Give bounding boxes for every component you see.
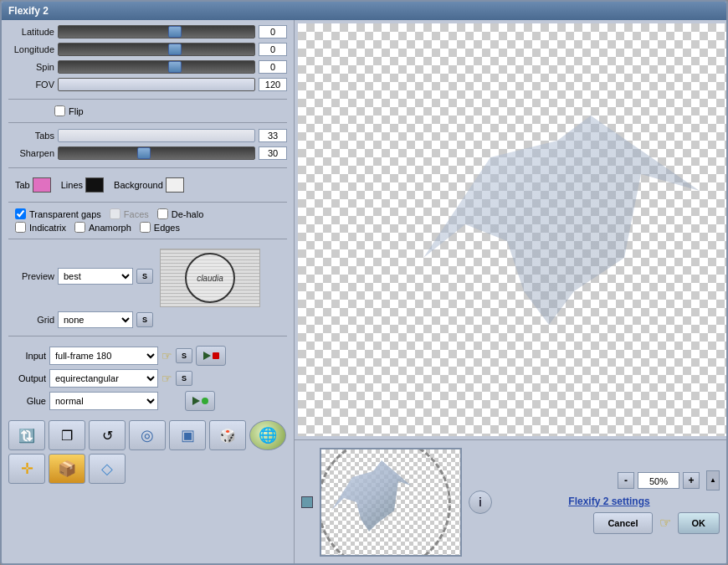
title-bar: Flexify 2 [2, 2, 726, 20]
tab-color-label: Tab [15, 180, 30, 190]
glue-label: Glue [8, 396, 46, 406]
bottom-right: - 50% + ▲ Flexify 2 settings Cancel ☞ [499, 470, 720, 534]
tab-color-swatch[interactable] [33, 177, 51, 193]
reset-icon: 🔃 [18, 428, 35, 444]
box-icon: 📦 [58, 460, 76, 478]
sharpen-value[interactable]: 30 [259, 146, 287, 160]
glue-play-icon [192, 397, 200, 405]
reset-button[interactable]: 🔃 [8, 420, 45, 450]
preview-select[interactable]: best good fast none [58, 268, 133, 285]
scrollbar-up[interactable]: ▲ [706, 470, 720, 491]
background-color-swatch[interactable] [166, 177, 184, 193]
tab-color-group: Tab [15, 177, 51, 193]
zoom-plus-button[interactable]: + [683, 472, 700, 489]
svg-marker-1 [331, 460, 411, 532]
indicatrix-label: Indicatrix [29, 223, 66, 233]
preview-s-button[interactable]: S [136, 269, 153, 284]
crosshair-button[interactable]: ✛ [8, 454, 45, 484]
anamorph-label: Anamorph [89, 223, 131, 233]
tabs-label: Tabs [8, 131, 54, 141]
sharpen-slider[interactable] [58, 146, 255, 160]
transparent-gaps-group: Transparent gaps [15, 208, 101, 219]
canvas-svg [423, 90, 700, 325]
edges-checkbox[interactable] [140, 222, 151, 233]
output-s-button[interactable]: S [176, 371, 192, 386]
dice-button[interactable]: 🎲 [209, 420, 246, 450]
border-button[interactable]: ▣ [169, 420, 206, 450]
ok-arrow-icon: ☞ [659, 515, 671, 531]
faces-checkbox[interactable] [110, 208, 120, 219]
input-s-button[interactable]: S [176, 348, 192, 363]
zoom-minus-button[interactable]: - [618, 472, 634, 489]
anamorph-checkbox[interactable] [74, 222, 85, 233]
tabs-value[interactable]: 33 [259, 129, 287, 142]
preview-label: Preview [8, 271, 54, 281]
copy-icon: ❐ [61, 428, 73, 444]
box-yellow-button[interactable]: 📦 [49, 454, 85, 484]
flip-checkbox[interactable] [54, 105, 65, 116]
grid-select[interactable]: none grid1 grid2 [58, 311, 133, 328]
lines-color-group: Lines [61, 177, 104, 193]
fov-slider[interactable] [58, 78, 255, 91]
spin-slider[interactable] [58, 60, 255, 74]
tool-buttons: 🔃 ❐ ↺ ◎ ▣ 🎲 🌐 [8, 420, 287, 484]
crosshair-icon: ✛ [21, 460, 33, 478]
glue-select[interactable]: normal add subtract [49, 392, 158, 410]
de-halo-group: De-halo [157, 208, 204, 219]
indicatrix-group: Indicatrix [15, 222, 66, 233]
bottom-color-square [301, 496, 313, 508]
output-select[interactable]: equirectangular mercator cylindrical [49, 369, 158, 388]
dice-icon: 🎲 [219, 428, 236, 444]
glue-record-icon [202, 398, 208, 404]
circle-icon: ◎ [141, 426, 154, 444]
latitude-row: Latitude 0 [8, 25, 287, 39]
main-window: Flexify 2 Latitude 0 Longitude 0 [0, 0, 728, 565]
input-row: Input full-frame 180 equirectangular 360… [8, 346, 287, 366]
background-color-group: Background [114, 177, 184, 193]
sharpen-label: Sharpen [8, 148, 54, 158]
output-arrow-icon: ☞ [161, 372, 172, 385]
window-title: Flexify 2 [8, 5, 49, 17]
color-row: Tab Lines Background [15, 177, 287, 193]
glue-play-button[interactable] [185, 391, 215, 411]
input-arrow-icon: ☞ [161, 349, 172, 362]
diamond-button[interactable]: ◇ [89, 454, 126, 484]
lines-color-label: Lines [61, 180, 83, 190]
longitude-value[interactable]: 0 [259, 43, 287, 56]
settings-link[interactable]: Flexify 2 settings [499, 496, 720, 507]
latitude-slider[interactable] [58, 25, 255, 39]
left-panel: Latitude 0 Longitude 0 Spin 0 [2, 20, 295, 563]
fov-value[interactable]: 120 [259, 78, 287, 91]
transparent-gaps-checkbox[interactable] [15, 208, 26, 219]
tabs-slider[interactable] [58, 129, 255, 142]
play-icon [203, 352, 211, 360]
longitude-slider[interactable] [58, 43, 255, 56]
faces-label: Faces [124, 209, 149, 219]
input-select[interactable]: full-frame 180 equirectangular 360° [49, 347, 158, 365]
rotate-button[interactable]: ↺ [89, 420, 126, 450]
grid-s-button[interactable]: S [136, 312, 153, 327]
transparent-gaps-label: Transparent gaps [29, 209, 101, 219]
info-button[interactable]: i [469, 491, 492, 514]
globe-button[interactable]: 🌐 [249, 420, 286, 450]
cancel-button[interactable]: Cancel [593, 512, 652, 534]
input-play-button[interactable] [196, 346, 226, 366]
de-halo-checkbox[interactable] [157, 208, 168, 219]
indicatrix-checkbox[interactable] [15, 222, 26, 233]
spin-label: Spin [8, 62, 54, 72]
grid-row: Grid none grid1 grid2 S [8, 311, 287, 328]
glue-row: Glue normal add subtract [8, 391, 287, 411]
ok-button[interactable]: OK [678, 512, 720, 534]
copy-button[interactable]: ❐ [49, 420, 85, 450]
bottom-panel: i - 50% + ▲ Flexify 2 settings [295, 439, 726, 563]
faces-group: Faces [110, 208, 149, 219]
anamorph-group: Anamorph [74, 222, 131, 233]
background-color-label: Background [114, 180, 163, 190]
lines-color-swatch[interactable] [85, 177, 104, 193]
zoom-row: - 50% + ▲ [499, 470, 720, 491]
circle-button[interactable]: ◎ [129, 420, 166, 450]
spin-value[interactable]: 0 [259, 60, 287, 74]
latitude-value[interactable]: 0 [259, 25, 287, 39]
stop-icon [213, 352, 219, 359]
canvas-area[interactable] [298, 23, 726, 436]
